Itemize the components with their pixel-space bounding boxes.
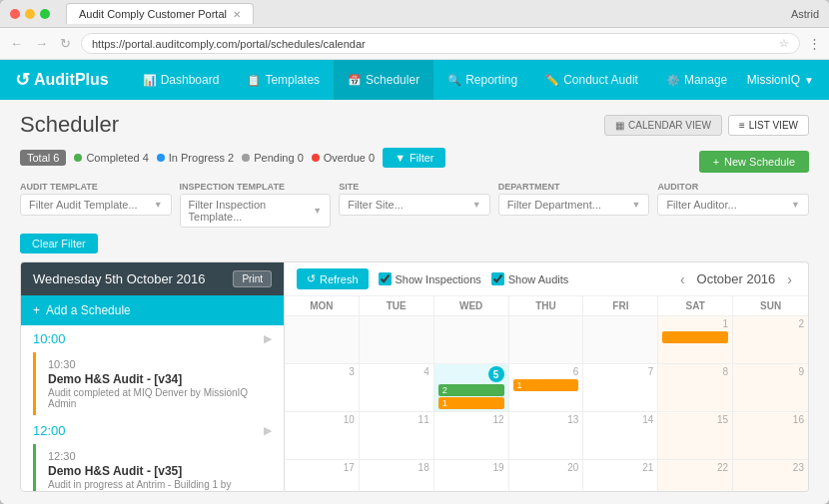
calendar-cell[interactable]: 14 (583, 412, 658, 459)
inprogress-label: In Progress 2 (169, 152, 234, 164)
calendar-cell[interactable]: 19 (434, 460, 509, 491)
calendar-cell[interactable]: 15 (658, 412, 733, 459)
calendar-cell-today[interactable]: 5 2 1 (434, 364, 509, 411)
scheduler-icon: 📅 (348, 74, 362, 87)
address-bar[interactable]: https://portal.auditcomply.com/portal/sc… (81, 33, 800, 54)
new-schedule-button[interactable]: + New Schedule (699, 151, 809, 173)
nav-item-reporting[interactable]: 🔍 Reporting (433, 60, 531, 100)
templates-icon: 📋 (247, 74, 261, 87)
calendar-cell[interactable] (434, 316, 509, 363)
auditor-group: AUDITOR Filter Auditor... ▼ (657, 182, 809, 228)
prev-month-button[interactable]: ‹ (676, 269, 689, 289)
time-10-arrow: ▶ (264, 332, 272, 345)
calendar-cell[interactable] (360, 316, 434, 363)
month-title: October 2016 (697, 271, 776, 286)
browser-user: Astrid (791, 8, 819, 20)
calendar-cell[interactable]: 22 (658, 460, 733, 491)
plus-icon: + (713, 156, 719, 168)
calendar-cell[interactable]: 16 (733, 412, 808, 459)
audit-template-select[interactable]: Filter Audit Template... ▼ (20, 194, 172, 216)
calendar-cell[interactable] (285, 316, 360, 363)
inspection-template-select[interactable]: Filter Inspection Template... ▼ (180, 194, 332, 228)
calendar-cell[interactable]: 13 (509, 412, 584, 459)
month-nav: ‹ October 2016 › (676, 269, 796, 289)
minimize-traffic-light[interactable] (25, 9, 35, 19)
calendar-cell[interactable]: 20 (509, 460, 584, 491)
day-sun: SUN (733, 296, 808, 315)
site-select[interactable]: Filter Site... ▼ (339, 194, 490, 216)
browser-toolbar-right: ⋮ (808, 36, 821, 51)
day-wed: WED (434, 296, 509, 315)
print-button[interactable]: Print (233, 270, 272, 287)
day-mon: MON (285, 296, 360, 315)
nav-item-scheduler[interactable]: 📅 Scheduler (334, 60, 433, 100)
nav-org[interactable]: MissionIQ ▼ (747, 73, 814, 87)
completed-dot (74, 154, 82, 162)
close-traffic-light[interactable] (10, 9, 20, 19)
calendar-cell[interactable] (509, 316, 584, 363)
show-inspections-input[interactable] (379, 272, 392, 285)
calendar-cell[interactable] (583, 316, 658, 363)
star-icon[interactable]: ☆ (779, 37, 789, 50)
nav-item-manage-label: Manage (684, 73, 727, 87)
cell-event (662, 331, 728, 343)
overdue-label: Overdue 0 (324, 152, 375, 164)
calendar-cell[interactable]: 4 (360, 364, 434, 411)
next-month-button[interactable]: › (783, 269, 796, 289)
tab-close-icon[interactable]: ✕ (233, 9, 241, 20)
time-section-10: 10:00 ▶ (21, 325, 284, 350)
calendar-cell[interactable]: 2 (733, 316, 808, 363)
forward-button[interactable]: → (33, 34, 50, 53)
calendar-cell[interactable]: 1 (658, 316, 733, 363)
calendar-view-btn[interactable]: ▦ CALENDAR VIEW (604, 115, 722, 136)
dashboard-icon: 📊 (143, 74, 157, 87)
show-inspections-label: Show Inspections (396, 273, 481, 285)
page-header: Scheduler ▦ CALENDAR VIEW ≡ LIST VIEW (20, 112, 809, 138)
department-arrow: ▼ (631, 200, 640, 210)
show-inspections-checkbox[interactable]: Show Inspections (379, 272, 481, 285)
calendar-body: 1 2 3 4 (285, 316, 808, 491)
calendar-cell[interactable]: 10 (285, 412, 360, 459)
inspection-template-arrow: ▼ (313, 206, 322, 216)
reload-button[interactable]: ↻ (58, 34, 73, 53)
back-button[interactable]: ← (8, 34, 25, 53)
inspection-template-group: INSPECTION TEMPLATE Filter Inspection Te… (180, 182, 332, 228)
auditor-value: Filter Auditor... (666, 199, 736, 211)
filter-bar: Total 6 Completed 4 In Progress 2 Pendin… (20, 148, 445, 168)
calendar-cell[interactable]: 9 (733, 364, 808, 411)
site-value: Filter Site... (348, 199, 404, 211)
list-view-btn[interactable]: ≡ LIST VIEW (728, 115, 809, 136)
calendar-cell[interactable]: 21 (583, 460, 658, 491)
calendar-cell[interactable]: 6 1 (509, 364, 584, 411)
schedule-item-0[interactable]: 10:30 Demo H&S Audit - [v34] Audit compl… (33, 352, 284, 415)
cell-date: 16 (737, 414, 804, 425)
calendar-cell[interactable]: 11 (360, 412, 434, 459)
schedule-item-1[interactable]: 12:30 Demo H&S Audit - [v35] Audit in pr… (33, 444, 284, 491)
add-schedule-button[interactable]: + Add a Schedule (21, 295, 284, 325)
calendar-cell[interactable]: 8 (658, 364, 733, 411)
department-select[interactable]: Filter Department... ▼ (498, 194, 650, 216)
total-badge: Total 6 (20, 150, 66, 166)
cell-date: 11 (364, 414, 429, 425)
calendar-cell[interactable]: 18 (360, 460, 434, 491)
filter-icon: ▼ (395, 152, 406, 164)
show-audits-input[interactable] (491, 272, 504, 285)
calendar-cell[interactable]: 7 (583, 364, 658, 411)
browser-tab[interactable]: Audit Comply Customer Portal ✕ (66, 3, 254, 24)
show-audits-checkbox[interactable]: Show Audits (491, 272, 569, 285)
calendar-cell[interactable]: 12 (434, 412, 509, 459)
show-audits-label: Show Audits (508, 273, 569, 285)
clear-filter-button[interactable]: Clear Filter (20, 234, 98, 253)
nav-item-conduct-audit[interactable]: ✏️ Conduct Audit (531, 60, 652, 100)
nav-item-templates[interactable]: 📋 Templates (233, 60, 334, 100)
calendar-cell[interactable]: 17 (285, 460, 360, 491)
calendar-cell[interactable]: 3 (285, 364, 360, 411)
maximize-traffic-light[interactable] (40, 9, 50, 19)
nav-item-manage[interactable]: ⚙️ Manage (652, 60, 741, 100)
filter-button[interactable]: ▼ Filter (383, 148, 445, 168)
nav-item-dashboard[interactable]: 📊 Dashboard (129, 60, 234, 100)
refresh-button[interactable]: ↺ Refresh (297, 268, 369, 289)
auditor-select[interactable]: Filter Auditor... ▼ (657, 194, 809, 216)
top-nav: ↺ AuditPlus 📊 Dashboard 📋 Templates 📅 Sc… (0, 60, 829, 100)
calendar-cell[interactable]: 23 (733, 460, 808, 491)
